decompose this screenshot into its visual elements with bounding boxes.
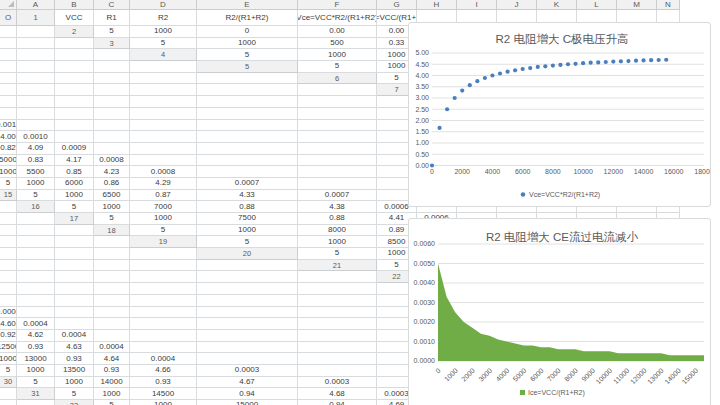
cell-H22[interactable] bbox=[0, 283, 17, 295]
column-header-G[interactable]: G bbox=[377, 0, 417, 10]
cell-B19[interactable]: 1000 bbox=[298, 236, 377, 248]
cell-J9[interactable] bbox=[130, 120, 197, 132]
cell-A29[interactable]: 5 bbox=[0, 365, 17, 377]
column-header-E[interactable]: E bbox=[197, 0, 298, 10]
cell-D27[interactable]: 0.93 bbox=[17, 342, 55, 354]
cell-F26[interactable]: 0.0004 bbox=[55, 330, 94, 342]
column-header-F[interactable]: F bbox=[298, 0, 377, 10]
cell-H10[interactable] bbox=[94, 131, 130, 143]
cell-D32[interactable]: 0.94 bbox=[298, 400, 377, 405]
cell-F9[interactable]: 0.0011 bbox=[0, 120, 17, 132]
cell-G28[interactable] bbox=[197, 353, 298, 365]
cell-D16[interactable]: 0.88 bbox=[197, 201, 298, 213]
cell-F30[interactable]: 0.0003 bbox=[298, 377, 377, 389]
cell-G8[interactable] bbox=[0, 108, 17, 120]
cell-C17[interactable]: 7500 bbox=[197, 213, 298, 225]
cell-B15[interactable]: 1000 bbox=[55, 190, 94, 202]
cell-E14[interactable]: 4.29 bbox=[130, 178, 197, 190]
cell-E12[interactable]: 4.17 bbox=[55, 155, 94, 167]
cell-E16[interactable]: 4.38 bbox=[298, 201, 377, 213]
cell-O4[interactable] bbox=[130, 61, 197, 73]
cell-I23[interactable] bbox=[55, 295, 94, 307]
cell-D13[interactable]: 0.85 bbox=[55, 166, 94, 178]
cell-K19[interactable] bbox=[0, 248, 17, 260]
cell-L5[interactable] bbox=[55, 73, 94, 85]
cell-K24[interactable] bbox=[197, 307, 298, 319]
cell-F27[interactable]: 0.0004 bbox=[94, 342, 130, 354]
cell-K10[interactable] bbox=[298, 131, 377, 143]
cell-I9[interactable] bbox=[94, 120, 130, 132]
cell-G29[interactable] bbox=[298, 365, 377, 377]
cell-G10[interactable] bbox=[55, 131, 94, 143]
cell-F13[interactable]: 0.0008 bbox=[130, 166, 197, 178]
cell-N18[interactable] bbox=[55, 236, 94, 248]
row-header-32[interactable]: 32 bbox=[55, 400, 94, 405]
row-header-19[interactable]: 19 bbox=[130, 236, 197, 248]
column-header-M[interactable]: M bbox=[617, 0, 657, 10]
cell-I8[interactable] bbox=[55, 108, 94, 120]
cell-O18[interactable] bbox=[94, 236, 130, 248]
column-header-A[interactable]: A bbox=[17, 0, 55, 10]
cell-L22[interactable] bbox=[130, 283, 197, 295]
cell-B29[interactable]: 1000 bbox=[17, 365, 55, 377]
row-header-2[interactable]: 2 bbox=[55, 26, 94, 38]
cell-A32[interactable]: 5 bbox=[94, 400, 130, 405]
cell-B30[interactable]: 1000 bbox=[55, 377, 94, 389]
vce-scatter-chart[interactable]: R2 电阻增大 C极电压升高0.000.501.001.502.002.503.… bbox=[408, 22, 711, 207]
cell-F12[interactable]: 0.0008 bbox=[94, 155, 130, 167]
cell-M3[interactable] bbox=[17, 49, 55, 61]
cell-K9[interactable] bbox=[197, 120, 298, 132]
cell-F15[interactable]: 0.0007 bbox=[298, 190, 377, 202]
cell-K22[interactable] bbox=[94, 283, 130, 295]
cell-J8[interactable] bbox=[94, 108, 130, 120]
cell-E31[interactable]: 4.68 bbox=[298, 388, 377, 400]
cell-A31[interactable]: 5 bbox=[55, 388, 94, 400]
column-header-K[interactable]: K bbox=[537, 0, 577, 10]
row-header-3[interactable]: 3 bbox=[94, 38, 130, 50]
cell-A2[interactable]: 5 bbox=[94, 26, 130, 38]
cell-I25[interactable] bbox=[130, 318, 197, 330]
cell-M7[interactable] bbox=[197, 96, 298, 108]
cell-E13[interactable]: 4.23 bbox=[94, 166, 130, 178]
column-header-J[interactable]: J bbox=[497, 0, 537, 10]
cell-G12[interactable] bbox=[130, 155, 197, 167]
cell-C30[interactable]: 14000 bbox=[94, 377, 130, 389]
cell-D17[interactable]: 0.88 bbox=[298, 213, 377, 225]
cell-D31[interactable]: 0.94 bbox=[197, 388, 298, 400]
row-header-31[interactable]: 31 bbox=[17, 388, 55, 400]
cell-N7[interactable] bbox=[298, 96, 377, 108]
cell-M2[interactable] bbox=[0, 38, 17, 50]
cell-B28[interactable]: 1000 bbox=[0, 353, 17, 365]
column-header-H[interactable]: H bbox=[417, 0, 457, 10]
cell-C3[interactable]: 500 bbox=[298, 38, 377, 50]
cell-B3[interactable]: 1000 bbox=[197, 38, 298, 50]
cell-A3[interactable]: 5 bbox=[130, 38, 197, 50]
cell-I7[interactable] bbox=[17, 96, 55, 108]
cell-O1[interactable] bbox=[17, 26, 55, 38]
cell-L9[interactable] bbox=[298, 120, 377, 132]
cell-B2[interactable]: 1000 bbox=[130, 26, 197, 38]
cell-J25[interactable] bbox=[197, 318, 298, 330]
cell-J6[interactable] bbox=[17, 84, 55, 96]
cell-H9[interactable] bbox=[55, 120, 94, 132]
cell-N22[interactable] bbox=[298, 283, 377, 295]
cell-L23[interactable] bbox=[197, 295, 298, 307]
cell-N17[interactable] bbox=[17, 225, 55, 237]
cell-A19[interactable]: 5 bbox=[197, 236, 298, 248]
row-header-18[interactable]: 18 bbox=[94, 225, 130, 237]
cell-C15[interactable]: 6500 bbox=[94, 190, 130, 202]
cell-C27[interactable]: 12500 bbox=[0, 342, 17, 354]
row-header-1[interactable]: 1 bbox=[17, 10, 55, 26]
cell-E30[interactable]: 4.67 bbox=[197, 377, 298, 389]
cell-E15[interactable]: 4.33 bbox=[197, 190, 298, 202]
column-header-N[interactable]: N bbox=[657, 0, 680, 10]
cell-B17[interactable]: 1000 bbox=[130, 213, 197, 225]
column-header-B[interactable]: B bbox=[55, 0, 94, 10]
cell-H7[interactable] bbox=[0, 96, 17, 108]
cell-G25[interactable] bbox=[55, 318, 94, 330]
cell-N3[interactable] bbox=[55, 49, 94, 61]
cell-E29[interactable]: 4.66 bbox=[130, 365, 197, 377]
cell-N21[interactable] bbox=[197, 271, 298, 283]
cell-B32[interactable]: 1000 bbox=[130, 400, 197, 405]
cell-L7[interactable] bbox=[130, 96, 197, 108]
